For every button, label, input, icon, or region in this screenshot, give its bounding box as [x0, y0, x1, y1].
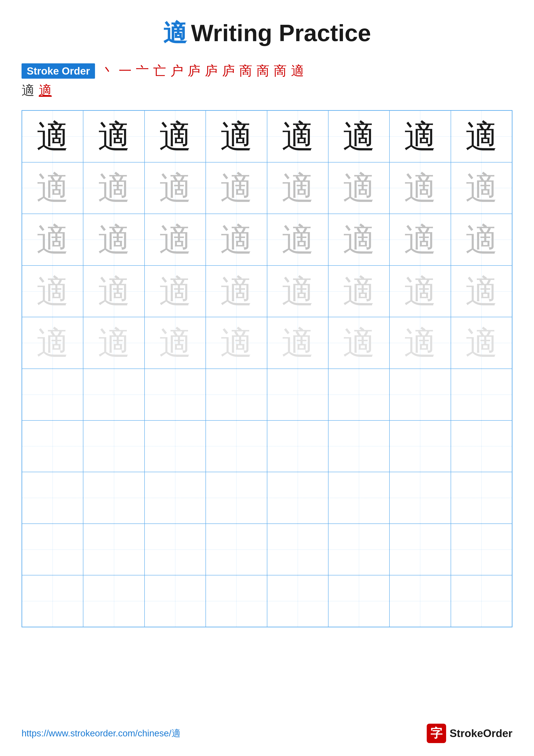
footer-url[interactable]: https://www.strokeorder.com/chinese/適: [21, 727, 181, 740]
cell-character: 適: [98, 275, 130, 308]
grid-cell[interactable]: 適: [206, 317, 267, 369]
grid-cell[interactable]: [83, 420, 144, 472]
grid-cell[interactable]: [83, 575, 144, 627]
grid-cell[interactable]: [328, 524, 390, 576]
grid-cell[interactable]: [206, 420, 267, 472]
grid-cell[interactable]: 適: [390, 214, 451, 265]
grid-cell[interactable]: [451, 472, 512, 524]
grid-cell[interactable]: 適: [22, 214, 83, 265]
grid-cell[interactable]: 適: [22, 111, 83, 162]
grid-cell[interactable]: 適: [451, 265, 512, 317]
grid-cell[interactable]: [83, 524, 144, 576]
grid-cell[interactable]: [390, 472, 451, 524]
stroke-8: 庐: [222, 62, 235, 80]
grid-cell[interactable]: [267, 472, 328, 524]
cell-character: 適: [343, 275, 375, 308]
grid-cell[interactable]: [144, 472, 206, 524]
stroke-4: 亡: [153, 62, 166, 80]
title-text: Writing Practice: [191, 20, 371, 46]
grid-cell[interactable]: [22, 369, 83, 420]
grid-cell[interactable]: 適: [390, 265, 451, 317]
grid-cell[interactable]: 適: [83, 162, 144, 214]
grid-cell[interactable]: [206, 524, 267, 576]
grid-cell[interactable]: 適: [83, 317, 144, 369]
cell-character: 適: [98, 224, 130, 256]
cell-character: 適: [343, 224, 375, 256]
grid-cell[interactable]: [390, 420, 451, 472]
grid-cell[interactable]: [390, 369, 451, 420]
grid-cell[interactable]: 適: [267, 162, 328, 214]
grid-cell[interactable]: 適: [328, 111, 390, 162]
grid-cell[interactable]: [144, 420, 206, 472]
grid-cell[interactable]: 適: [451, 214, 512, 265]
grid-cell[interactable]: 適: [328, 214, 390, 265]
grid-cell[interactable]: [267, 369, 328, 420]
grid-cell[interactable]: 適: [144, 111, 206, 162]
stroke-6: 庐: [188, 62, 201, 80]
grid-cell[interactable]: [22, 420, 83, 472]
grid-cell[interactable]: 適: [451, 111, 512, 162]
stroke-7: 庐: [205, 62, 218, 80]
grid-cell[interactable]: 適: [144, 162, 206, 214]
cell-character: 適: [159, 327, 191, 359]
grid-cell[interactable]: 適: [267, 214, 328, 265]
cell-character: 適: [159, 224, 191, 256]
grid-cell[interactable]: [267, 524, 328, 576]
grid-cell[interactable]: 適: [83, 214, 144, 265]
grid-cell[interactable]: 適: [83, 265, 144, 317]
grid-cell[interactable]: 適: [267, 265, 328, 317]
grid-cell[interactable]: 適: [206, 265, 267, 317]
grid-cell[interactable]: 適: [451, 162, 512, 214]
grid-cell[interactable]: [390, 524, 451, 576]
grid-cell[interactable]: 適: [206, 162, 267, 214]
cell-character: 適: [220, 275, 252, 308]
grid-cell[interactable]: 適: [22, 265, 83, 317]
grid-cell[interactable]: [22, 472, 83, 524]
grid-cell[interactable]: [83, 472, 144, 524]
grid-cell[interactable]: [83, 369, 144, 420]
grid-cell[interactable]: [451, 420, 512, 472]
cell-character: 適: [98, 120, 130, 152]
grid-cell[interactable]: [451, 575, 512, 627]
grid-cell[interactable]: 適: [144, 317, 206, 369]
grid-cell[interactable]: 適: [267, 317, 328, 369]
grid-cell[interactable]: [206, 575, 267, 627]
cell-character: 適: [220, 120, 252, 152]
cell-character: 適: [159, 275, 191, 308]
grid-cell[interactable]: 適: [267, 111, 328, 162]
grid-cell[interactable]: [328, 420, 390, 472]
grid-cell[interactable]: [144, 524, 206, 576]
grid-cell[interactable]: 適: [328, 265, 390, 317]
grid-cell[interactable]: [267, 420, 328, 472]
grid-cell[interactable]: 適: [390, 162, 451, 214]
grid-cell[interactable]: [206, 369, 267, 420]
grid-cell[interactable]: 適: [206, 111, 267, 162]
grid-cell[interactable]: 適: [451, 317, 512, 369]
grid-cell[interactable]: 適: [328, 317, 390, 369]
grid-cell[interactable]: [328, 369, 390, 420]
grid-cell[interactable]: [451, 369, 512, 420]
grid-cell[interactable]: [144, 369, 206, 420]
stroke-10: 啇: [257, 62, 269, 80]
grid-cell[interactable]: [328, 472, 390, 524]
grid-cell[interactable]: 適: [144, 265, 206, 317]
page-title: 適Writing Practice: [0, 0, 534, 62]
grid-cell[interactable]: 適: [83, 111, 144, 162]
grid-cell[interactable]: [206, 472, 267, 524]
grid-cell[interactable]: 適: [144, 214, 206, 265]
grid-cell[interactable]: 適: [22, 317, 83, 369]
grid-cell[interactable]: [144, 575, 206, 627]
cell-character: 適: [404, 172, 436, 204]
grid-cell[interactable]: [22, 524, 83, 576]
grid-cell[interactable]: [267, 575, 328, 627]
grid-cell[interactable]: [22, 575, 83, 627]
cell-character: 適: [159, 120, 191, 152]
grid-cell[interactable]: [328, 575, 390, 627]
grid-cell[interactable]: 適: [390, 317, 451, 369]
grid-cell[interactable]: 適: [22, 162, 83, 214]
grid-cell[interactable]: 適: [390, 111, 451, 162]
grid-cell[interactable]: [390, 575, 451, 627]
grid-cell[interactable]: [451, 524, 512, 576]
grid-cell[interactable]: 適: [206, 214, 267, 265]
grid-cell[interactable]: 適: [328, 162, 390, 214]
